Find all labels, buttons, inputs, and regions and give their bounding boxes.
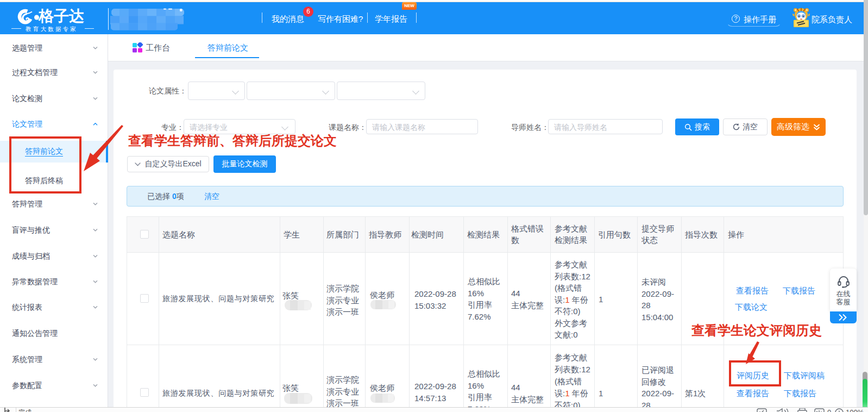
svg-text:0: 0: [827, 408, 831, 412]
svg-text:100%: 100%: [846, 408, 864, 412]
